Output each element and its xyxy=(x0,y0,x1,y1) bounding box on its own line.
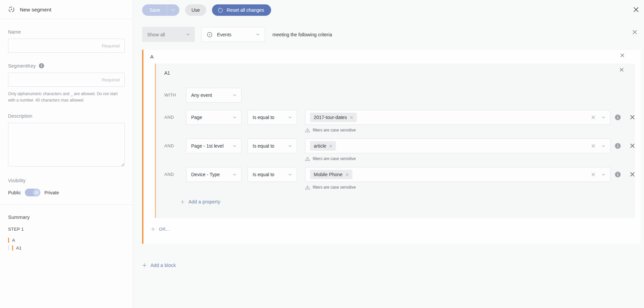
case-sensitive-warning: filters are case sensitive xyxy=(305,185,610,190)
chevron-down-icon[interactable] xyxy=(602,116,605,119)
delete-row-icon[interactable] xyxy=(630,172,635,177)
save-button[interactable]: Save xyxy=(142,4,179,16)
toggle-knob xyxy=(33,189,40,196)
segmentkey-input[interactable] xyxy=(8,73,125,87)
info-icon[interactable] xyxy=(615,114,621,120)
criteria-suffix-text: meeting the following criteria xyxy=(272,32,332,37)
operator-select[interactable]: Is equal to xyxy=(248,167,297,182)
name-label: Name xyxy=(8,29,125,35)
toolbar: Save Use Reset all changes xyxy=(133,0,644,16)
event-type-select[interactable]: Events xyxy=(201,27,265,42)
description-textarea[interactable] xyxy=(8,123,125,166)
close-icon[interactable] xyxy=(633,7,639,12)
main-panel: Save Use Reset all changes xyxy=(133,0,644,308)
summary-bar-gray xyxy=(8,245,9,251)
summary-item-a[interactable]: A xyxy=(8,238,125,243)
delete-row-icon[interactable] xyxy=(630,143,635,148)
visibility-private-label: Private xyxy=(44,190,59,195)
condition-rows: WITH Any event AND Page xyxy=(156,88,635,204)
value-input[interactable]: Mobile Phone xyxy=(305,167,610,182)
property-select[interactable]: Device - Type xyxy=(186,167,242,182)
chevron-down-icon xyxy=(288,145,292,147)
block-a1-close-icon[interactable] xyxy=(619,68,624,72)
block-a: A A1 WITH Any event xyxy=(142,50,641,244)
connector-label: AND xyxy=(164,139,186,153)
summary-step-label: STEP 1 xyxy=(8,227,125,232)
segment-icon xyxy=(8,6,15,13)
chip-remove-icon[interactable] xyxy=(329,145,332,148)
block-a-close-icon[interactable] xyxy=(620,53,625,57)
warning-text: filters are case sensitive xyxy=(313,156,356,161)
event-type-select-value: Events xyxy=(217,32,252,37)
event-select[interactable]: Any event xyxy=(186,88,242,103)
connector-label: AND xyxy=(164,167,186,182)
visibility-public-label: Public xyxy=(8,190,21,195)
add-block-button[interactable]: Add a block xyxy=(142,263,176,268)
operator-select-value: Is equal to xyxy=(253,172,274,177)
chevron-down-icon[interactable] xyxy=(602,174,605,176)
summary-bar-orange xyxy=(8,238,9,243)
value-input[interactable]: article xyxy=(305,139,610,153)
chip-remove-icon[interactable] xyxy=(350,116,353,119)
operator-select[interactable]: Is equal to xyxy=(248,110,297,125)
operator-select-value: Is equal to xyxy=(253,115,274,120)
event-select-value: Any event xyxy=(191,92,212,98)
operator-select[interactable]: Is equal to xyxy=(248,139,297,153)
segmentkey-help-text: Only alphanumeric characters and _ are a… xyxy=(8,91,125,103)
add-property-button[interactable]: Add a property xyxy=(180,199,220,204)
or-button-label: OR... xyxy=(159,227,170,232)
block-a-label: A xyxy=(143,54,641,60)
property-select-value: Device - Type xyxy=(191,172,220,177)
save-button-label[interactable]: Save xyxy=(142,7,167,13)
use-button[interactable]: Use xyxy=(185,4,206,16)
property-select-value: Page - 1st level xyxy=(191,143,224,149)
visibility-toggle[interactable] xyxy=(25,189,40,196)
property-select[interactable]: Page xyxy=(186,110,242,125)
reset-all-changes-button[interactable]: Reset all changes xyxy=(212,4,271,16)
name-input[interactable] xyxy=(8,39,125,53)
warning-icon xyxy=(305,185,310,190)
warning-text: filters are case sensitive xyxy=(313,128,356,132)
plus-icon xyxy=(142,263,147,268)
reset-icon xyxy=(217,7,223,13)
case-sensitive-warning: filters are case sensitive xyxy=(305,128,610,132)
chevron-down-icon xyxy=(233,174,237,176)
visibility-label: Visibility xyxy=(8,178,125,183)
property-row: AND Device - Type Is equal to xyxy=(164,167,635,190)
add-or-condition-button[interactable]: OR... xyxy=(151,227,170,232)
property-row: AND Page - 1st level Is equal to xyxy=(164,139,635,161)
info-icon[interactable] xyxy=(615,171,621,178)
warning-icon xyxy=(305,128,310,132)
delete-row-icon[interactable] xyxy=(630,115,635,120)
connector-label: AND xyxy=(164,110,186,125)
sidebar: New segment Name SegmentKey Only alphanu… xyxy=(0,0,133,308)
lock-icon xyxy=(35,191,38,194)
scope-select[interactable]: Show all xyxy=(142,27,195,42)
criteria-close-icon[interactable] xyxy=(632,30,637,35)
page-title: New segment xyxy=(20,7,51,12)
case-sensitive-warning: filters are case sensitive xyxy=(305,156,610,161)
clear-values-icon[interactable] xyxy=(591,172,595,177)
value-chip-label: article xyxy=(314,143,326,149)
warning-text: filters are case sensitive xyxy=(313,185,356,190)
summary-item-a1[interactable]: A1 xyxy=(8,245,125,251)
value-input[interactable]: 2017-tour-dates xyxy=(305,110,610,125)
save-dropdown-toggle[interactable] xyxy=(167,4,179,16)
warning-icon xyxy=(305,157,310,161)
chevron-down-icon xyxy=(288,116,292,119)
segmentkey-info-icon[interactable] xyxy=(39,63,44,69)
chip-remove-icon[interactable] xyxy=(346,173,349,176)
summary-item-label: A1 xyxy=(16,245,22,251)
property-select[interactable]: Page - 1st level xyxy=(186,139,242,153)
operator-select-value: Is equal to xyxy=(253,143,274,149)
clear-values-icon[interactable] xyxy=(591,144,595,148)
scope-select-value: Show all xyxy=(147,32,165,37)
chevron-down-icon xyxy=(171,9,175,11)
connector-label: WITH xyxy=(164,88,186,103)
info-icon[interactable] xyxy=(615,143,621,149)
segmentkey-label: SegmentKey xyxy=(8,63,36,69)
property-row: AND Page Is equal to xyxy=(164,110,635,132)
clear-values-icon[interactable] xyxy=(591,115,595,119)
value-chip: 2017-tour-dates xyxy=(310,113,357,122)
chevron-down-icon[interactable] xyxy=(602,145,605,147)
